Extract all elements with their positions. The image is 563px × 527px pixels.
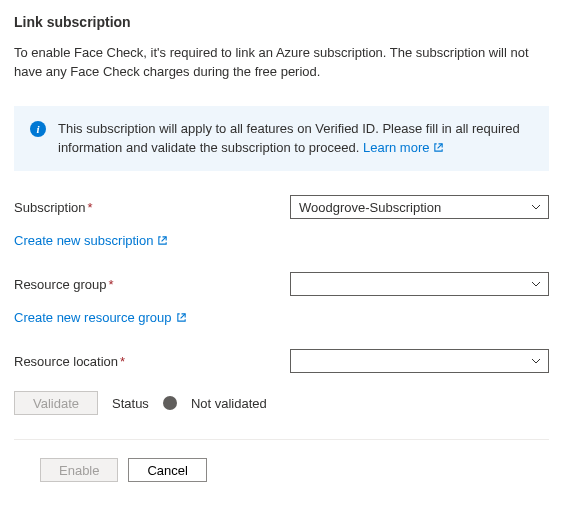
resource-group-row: Resource group* xyxy=(14,272,549,296)
info-icon: i xyxy=(30,121,46,137)
external-link-icon xyxy=(176,312,187,323)
status-row: Validate Status Not validated xyxy=(14,391,549,415)
subscription-select[interactable]: Woodgrove-Subscription xyxy=(290,195,549,219)
info-message: This subscription will apply to all feat… xyxy=(58,121,520,155)
external-link-icon xyxy=(157,235,168,246)
resource-location-label: Resource location* xyxy=(14,354,290,369)
create-subscription-link[interactable]: Create new subscription xyxy=(14,233,168,248)
action-row: Enable Cancel xyxy=(14,458,549,482)
resource-location-row: Resource location* xyxy=(14,349,549,373)
status-value: Not validated xyxy=(191,396,267,411)
external-link-icon xyxy=(433,142,444,153)
create-resource-group-label: Create new resource group xyxy=(14,310,172,325)
subscription-row: Subscription* Woodgrove-Subscription xyxy=(14,195,549,219)
subscription-value: Woodgrove-Subscription xyxy=(299,200,441,215)
page-title: Link subscription xyxy=(14,14,549,30)
page-description: To enable Face Check, it's required to l… xyxy=(14,44,549,82)
resource-group-label: Resource group* xyxy=(14,277,290,292)
resource-group-select[interactable] xyxy=(290,272,549,296)
validate-button[interactable]: Validate xyxy=(14,391,98,415)
subscription-label: Subscription* xyxy=(14,200,290,215)
chevron-down-icon xyxy=(530,278,542,290)
info-banner: i This subscription will apply to all fe… xyxy=(14,106,549,172)
chevron-down-icon xyxy=(530,201,542,213)
resource-location-select[interactable] xyxy=(290,349,549,373)
create-resource-group-link[interactable]: Create new resource group xyxy=(14,310,187,325)
enable-button[interactable]: Enable xyxy=(40,458,118,482)
cancel-button[interactable]: Cancel xyxy=(128,458,206,482)
divider xyxy=(14,439,549,440)
chevron-down-icon xyxy=(530,355,542,367)
info-text: This subscription will apply to all feat… xyxy=(58,120,533,158)
status-label: Status xyxy=(112,396,149,411)
status-dot-icon xyxy=(163,396,177,410)
create-subscription-label: Create new subscription xyxy=(14,233,153,248)
learn-more-link[interactable]: Learn more xyxy=(363,139,444,158)
learn-more-label: Learn more xyxy=(363,139,429,158)
